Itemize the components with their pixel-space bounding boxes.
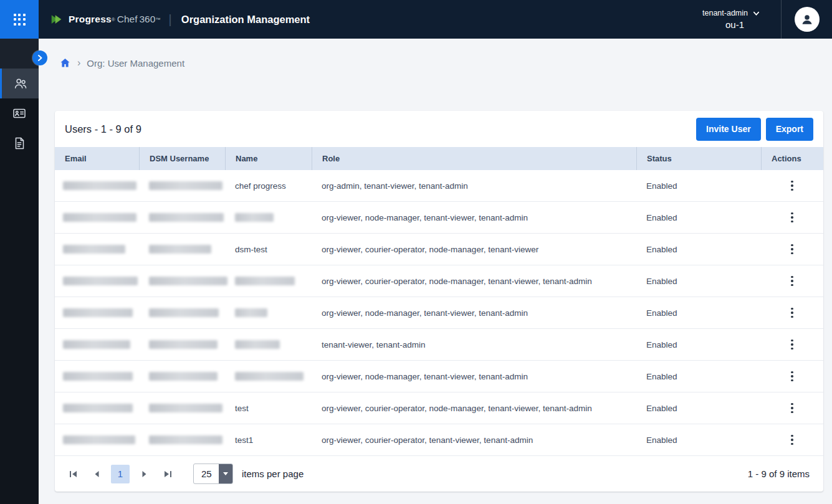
table-row: org-viewer, node-manager, tenant-viewer,… bbox=[55, 361, 823, 392]
status-text: Enabled bbox=[646, 435, 677, 445]
role-text: org-admin, tenant-viewer, tenant-admin bbox=[322, 181, 468, 191]
dsm-username-cell bbox=[139, 245, 225, 254]
home-icon bbox=[59, 57, 71, 69]
actions-cell bbox=[761, 177, 823, 195]
role-text: org-viewer, node-manager, tenant-viewer,… bbox=[322, 213, 528, 222]
column-header-name[interactable]: Name bbox=[225, 147, 312, 170]
sidebar-expand-button[interactable] bbox=[32, 50, 47, 65]
status-text: Enabled bbox=[646, 277, 677, 286]
table-row: chef progressorg-admin, tenant-viewer, t… bbox=[55, 170, 823, 202]
pagination: 1 25 items per page 1 - 9 of 9 items bbox=[55, 456, 823, 492]
dsm-username-cell bbox=[139, 435, 225, 444]
email-cell bbox=[55, 308, 139, 317]
row-actions-menu-button[interactable] bbox=[787, 336, 797, 354]
id-card-icon bbox=[12, 106, 27, 121]
redacted-email bbox=[63, 308, 133, 317]
role-cell: tenant-viewer, tenant-admin bbox=[312, 340, 636, 349]
email-cell bbox=[55, 277, 139, 285]
row-actions-menu-button[interactable] bbox=[787, 240, 797, 259]
table-row: org-viewer, courier-operator, node-manag… bbox=[55, 265, 823, 297]
column-header-status[interactable]: Status bbox=[636, 147, 761, 170]
row-actions-menu-button[interactable] bbox=[787, 177, 797, 195]
account-org: ou-1 bbox=[725, 19, 760, 30]
name-text: test bbox=[235, 404, 249, 413]
column-header-email[interactable]: Email bbox=[55, 147, 139, 170]
role-cell: org-viewer, node-manager, tenant-viewer,… bbox=[312, 213, 636, 222]
avatar-button[interactable] bbox=[781, 0, 832, 39]
table-row: testorg-viewer, courier-operator, node-m… bbox=[55, 392, 823, 424]
dsm-username-cell bbox=[139, 340, 225, 349]
brand-suffix: 360 bbox=[139, 14, 155, 25]
role-cell: org-viewer, courier-operator, tenant-vie… bbox=[312, 435, 636, 445]
column-header-role[interactable]: Role bbox=[312, 147, 636, 170]
email-cell bbox=[55, 435, 139, 444]
table-header-row: Email DSM Username Name Role Status Acti… bbox=[55, 147, 823, 170]
redacted-dsm-username bbox=[149, 245, 211, 254]
table-row: test1org-viewer, courier-operator, tenan… bbox=[55, 424, 823, 456]
breadcrumb: › Org: User Management bbox=[55, 55, 823, 70]
page-size-select[interactable]: 25 bbox=[193, 464, 233, 484]
column-header-dsm-username[interactable]: DSM Username bbox=[139, 147, 225, 170]
next-page-button[interactable] bbox=[135, 465, 153, 483]
status-text: Enabled bbox=[646, 245, 677, 254]
users-card: Users - 1 - 9 of 9 Invite User Export Em… bbox=[55, 111, 823, 492]
sidebar-item-users[interactable] bbox=[0, 69, 39, 98]
invite-user-button[interactable]: Invite User bbox=[696, 118, 761, 141]
role-text: org-viewer, courier-operator, node-manag… bbox=[322, 404, 592, 413]
page-title: Organization Management bbox=[181, 14, 310, 26]
email-cell bbox=[55, 340, 139, 349]
brand-divider: | bbox=[168, 12, 171, 27]
name-cell: test bbox=[225, 404, 312, 413]
status-cell: Enabled bbox=[636, 404, 761, 413]
actions-cell bbox=[761, 368, 823, 386]
main-content: › Org: User Management Users - 1 - 9 of … bbox=[39, 39, 832, 504]
first-page-icon bbox=[69, 470, 78, 478]
status-text: Enabled bbox=[646, 340, 677, 349]
status-text: Enabled bbox=[646, 181, 677, 191]
app-launcher-button[interactable] bbox=[0, 0, 39, 39]
brand-chef: Chef bbox=[117, 14, 138, 25]
previous-page-button[interactable] bbox=[87, 465, 106, 483]
status-text: Enabled bbox=[646, 372, 677, 381]
role-cell: org-viewer, node-manager, tenant-viewer,… bbox=[312, 372, 636, 381]
brand-progress-mark: ® bbox=[112, 17, 115, 22]
first-page-button[interactable] bbox=[64, 465, 82, 483]
status-text: Enabled bbox=[646, 308, 677, 318]
redacted-name bbox=[235, 340, 280, 349]
export-button[interactable]: Export bbox=[766, 118, 813, 141]
redacted-dsm-username bbox=[149, 340, 218, 349]
row-actions-menu-button[interactable] bbox=[787, 272, 797, 290]
dsm-username-cell bbox=[139, 181, 225, 190]
email-cell bbox=[55, 245, 139, 254]
row-actions-menu-button[interactable] bbox=[787, 209, 797, 227]
previous-page-icon bbox=[92, 470, 102, 478]
top-header: Progress® Chef 360™ | Organization Manag… bbox=[0, 0, 832, 39]
redacted-email bbox=[63, 435, 135, 444]
sidebar-item-id-card[interactable] bbox=[0, 98, 39, 128]
name-cell bbox=[225, 213, 312, 222]
sidebar-item-document[interactable] bbox=[0, 128, 39, 158]
row-actions-menu-button[interactable] bbox=[787, 399, 797, 417]
page-number-button[interactable]: 1 bbox=[111, 465, 130, 483]
redacted-email bbox=[63, 213, 136, 222]
status-cell: Enabled bbox=[636, 277, 761, 286]
redacted-dsm-username bbox=[149, 308, 219, 317]
row-actions-menu-button[interactable] bbox=[787, 368, 797, 386]
breadcrumb-home-link[interactable] bbox=[59, 57, 71, 69]
actions-cell bbox=[761, 336, 823, 354]
brand: Progress® Chef 360™ | Organization Manag… bbox=[50, 12, 310, 27]
dsm-username-cell bbox=[139, 213, 225, 222]
row-actions-menu-button[interactable] bbox=[787, 304, 797, 322]
column-header-actions[interactable]: Actions bbox=[761, 147, 823, 170]
name-text: test1 bbox=[235, 435, 253, 445]
actions-cell bbox=[761, 304, 823, 322]
name-text: dsm-test bbox=[235, 245, 267, 254]
role-text: org-viewer, node-manager, tenant-viewer,… bbox=[322, 372, 528, 381]
role-text: tenant-viewer, tenant-admin bbox=[322, 340, 426, 349]
row-actions-menu-button[interactable] bbox=[787, 431, 797, 449]
account-menu[interactable]: tenant-admin ou-1 bbox=[702, 9, 760, 30]
redacted-dsm-username bbox=[149, 181, 222, 190]
breadcrumb-separator: › bbox=[77, 57, 80, 69]
account-role: tenant-admin bbox=[702, 9, 748, 17]
last-page-button[interactable] bbox=[158, 465, 177, 483]
